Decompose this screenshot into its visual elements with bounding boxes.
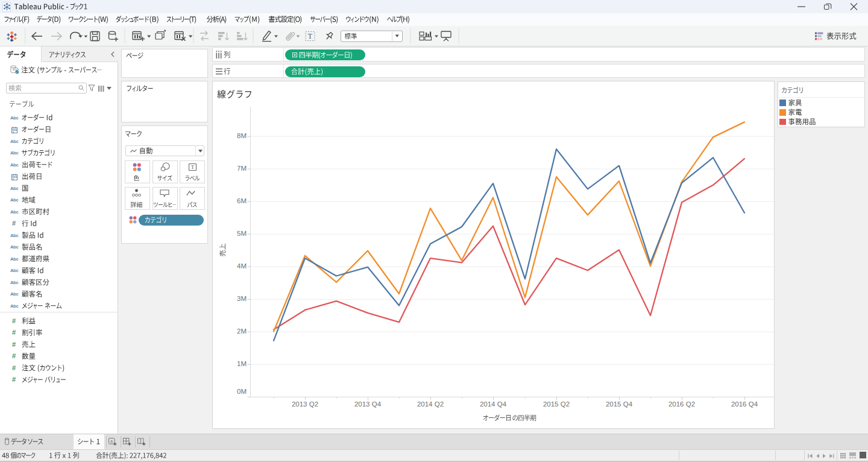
- svg-text:T: T: [191, 164, 195, 170]
- svg-text:T: T: [308, 32, 313, 40]
- svg-text:a: a: [110, 439, 113, 443]
